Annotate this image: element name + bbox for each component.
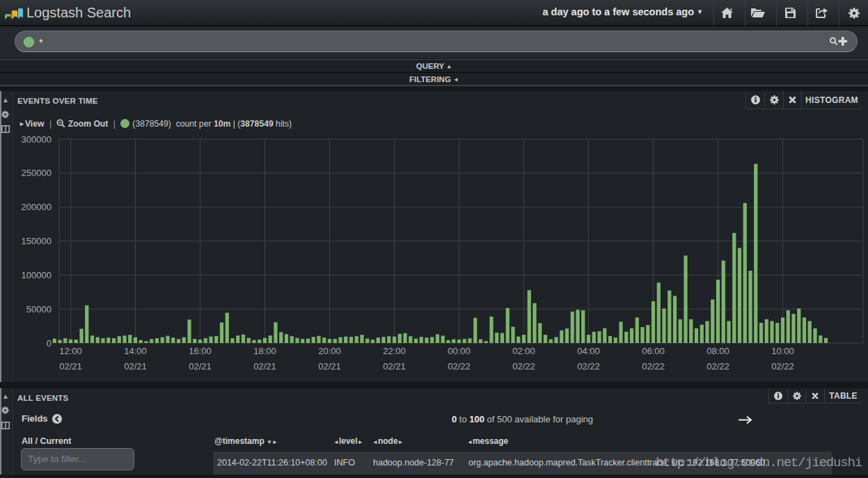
svg-text:02/21: 02/21 [59, 361, 82, 372]
svg-text:22:00: 22:00 [383, 346, 406, 356]
svg-text:100000: 100000 [22, 270, 52, 280]
svg-text:50000: 50000 [26, 304, 52, 314]
svg-text:0: 0 [47, 338, 52, 349]
svg-text:08:00: 08:00 [707, 346, 729, 356]
svg-text:02/22: 02/22 [512, 361, 535, 372]
svg-text:02/21: 02/21 [189, 361, 212, 372]
svg-text:18:00: 18:00 [253, 346, 276, 356]
svg-text:10:00: 10:00 [771, 346, 794, 356]
svg-text:300000: 300000 [22, 134, 52, 145]
svg-text:02/22: 02/22 [577, 361, 600, 372]
svg-text:200000: 200000 [22, 202, 52, 212]
svg-text:02/22: 02/22 [448, 361, 471, 372]
svg-text:02/22: 02/22 [642, 361, 665, 372]
svg-text:02/21: 02/21 [253, 361, 276, 372]
svg-text:02/22: 02/22 [707, 361, 729, 372]
svg-text:02/21: 02/21 [124, 361, 147, 372]
svg-text:02/21: 02/21 [318, 361, 341, 372]
svg-text:150000: 150000 [22, 236, 52, 246]
svg-text:20:00: 20:00 [318, 346, 341, 356]
svg-text:06:00: 06:00 [642, 346, 665, 356]
svg-text:02:00: 02:00 [512, 346, 535, 356]
svg-text:04:00: 04:00 [577, 346, 600, 356]
svg-text:12:00: 12:00 [59, 346, 82, 356]
svg-text:14:00: 14:00 [124, 346, 147, 356]
svg-text:250000: 250000 [22, 168, 52, 178]
svg-text:16:00: 16:00 [189, 346, 212, 356]
svg-text:02/21: 02/21 [383, 361, 406, 372]
svg-text:00:00: 00:00 [448, 346, 471, 356]
svg-text:02/22: 02/22 [771, 361, 794, 372]
